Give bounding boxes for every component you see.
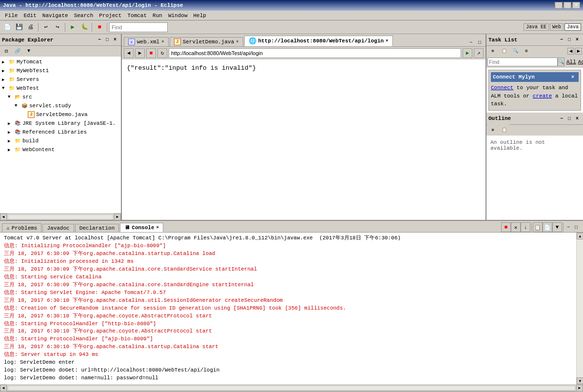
stop-button[interactable]: ■ <box>94 22 105 33</box>
new-button[interactable]: 📄 <box>2 22 13 33</box>
tree-item-reflibs[interactable]: ▶ 📚 Referenced Libraries <box>1 128 120 137</box>
tab-webxml[interactable]: X web.xml × <box>124 37 169 46</box>
minimize-button[interactable]: _ <box>555 2 563 9</box>
console-scroll-track[interactable] <box>8 386 575 391</box>
menu-project[interactable]: Project <box>96 12 124 20</box>
close-button[interactable]: × <box>572 2 580 9</box>
filter-all[interactable]: All <box>566 59 576 65</box>
menu-run[interactable]: Run <box>150 12 165 20</box>
tab-servletdemo-close[interactable]: × <box>236 39 238 44</box>
quick-access-input[interactable] <box>109 22 168 32</box>
tab-browser[interactable]: 🌐 http://localhost:8080/WebTest/api/logi… <box>244 36 393 46</box>
console-h-scrollbar[interactable]: ◀ ▶ <box>0 384 583 391</box>
console-stop-btn[interactable]: ■ <box>501 222 511 232</box>
mylyn-create-link[interactable]: create <box>533 93 552 99</box>
explorer-h-scrollbar[interactable]: ◀ ▶ <box>0 213 121 220</box>
go-btn[interactable]: ▶ <box>463 48 472 58</box>
console-scroll-left[interactable]: ◀ <box>0 385 7 392</box>
menu-window[interactable]: Window <box>165 12 191 20</box>
panel-close-icon[interactable]: × <box>111 36 119 44</box>
tab-browser-close[interactable]: × <box>386 39 388 43</box>
filter-active[interactable]: Activa... <box>578 59 583 65</box>
back-btn[interactable]: ◀ <box>124 48 134 58</box>
menu-navigate[interactable]: Navigate <box>39 12 71 20</box>
tab-problems[interactable]: ⚠ Problems <box>2 223 41 232</box>
perspective-javaee[interactable]: Java EE <box>524 23 549 31</box>
tasklist-nav-left[interactable]: ◀ <box>567 48 574 55</box>
tab-console-close[interactable]: × <box>156 225 159 230</box>
outline-btn1[interactable]: ⊕ <box>487 124 498 135</box>
tasklist-btn2[interactable]: 📋 <box>499 46 509 57</box>
url-input[interactable] <box>169 48 461 58</box>
console-clear-btn[interactable]: ✕ <box>511 222 521 232</box>
tasklist-btn3[interactable]: 🔍 <box>510 46 521 57</box>
perspective-java[interactable]: Java <box>564 23 581 31</box>
tree-item-build[interactable]: ▶ 📁 build <box>1 137 120 145</box>
menu-file[interactable]: File <box>2 12 20 20</box>
print-button[interactable]: 🖨 <box>25 22 36 33</box>
run-button[interactable]: ▶ <box>67 22 78 33</box>
tree-item-servletstudy[interactable]: ▼ 📦 servlet.study <box>1 101 120 110</box>
console-maximize[interactable]: □ <box>572 223 580 231</box>
scroll-right-btn[interactable]: ▶ <box>114 214 121 220</box>
external-btn[interactable]: ↗ <box>474 48 484 58</box>
stop-nav-btn[interactable]: ■ <box>146 48 156 58</box>
tab-declaration[interactable]: Declaration <box>75 224 119 232</box>
tasklist-maximize[interactable]: □ <box>565 36 573 44</box>
outline-btn2[interactable]: 📋 <box>499 124 509 135</box>
scroll-left-btn[interactable]: ◀ <box>0 214 7 220</box>
tasklist-find-input[interactable] <box>487 58 558 66</box>
scroll-down-btn[interactable]: ▼ <box>577 377 583 384</box>
tree-item-webcontent[interactable]: ▶ 📁 WebContent <box>1 145 120 154</box>
find-btn[interactable]: 🔍 <box>558 58 564 66</box>
editor-maximize-btn[interactable]: □ <box>476 39 484 46</box>
perspective-web[interactable]: Web <box>550 23 564 31</box>
tasklist-close[interactable]: × <box>573 36 581 44</box>
tree-item-webtest[interactable]: ▼ 📁 WebTest <box>1 84 120 93</box>
scroll-up-btn[interactable]: ▲ <box>577 233 583 239</box>
mylyn-close-btn[interactable]: × <box>569 73 577 81</box>
console-minimize[interactable]: − <box>564 223 572 231</box>
debug-button[interactable]: 🐛 <box>79 22 90 33</box>
mylyn-connect-link[interactable]: Connect <box>491 85 513 91</box>
undo-button[interactable]: ↩ <box>40 22 51 33</box>
panel-maximize-icon[interactable]: □ <box>103 36 111 44</box>
console-scroll-right[interactable]: ▶ <box>576 385 583 392</box>
menu-tomcat[interactable]: Tomcat <box>124 12 150 20</box>
tab-javadoc[interactable]: Javadoc <box>42 224 74 232</box>
tree-item-mywebtest1[interactable]: ▶ 📁 MyWebTest1 <box>1 66 120 75</box>
editor-minimize-btn[interactable]: − <box>467 39 475 46</box>
tasklist-minimize[interactable]: − <box>558 36 565 44</box>
collapse-all-icon[interactable]: ⊟ <box>1 46 12 57</box>
tree-item-src[interactable]: ▼ 📂 src <box>1 93 120 101</box>
refresh-btn[interactable]: ↻ <box>157 48 167 58</box>
maximize-button[interactable]: □ <box>564 2 571 9</box>
tasklist-btn4[interactable]: ⚙ <box>521 46 532 57</box>
menu-edit[interactable]: Edit <box>20 12 39 20</box>
menu-icon[interactable]: ▼ <box>23 46 34 57</box>
outline-minimize[interactable]: − <box>558 115 565 122</box>
console-menu-btn[interactable]: ▼ <box>552 222 562 232</box>
panel-minimize-icon[interactable]: − <box>96 36 103 44</box>
tasklist-nav-right[interactable]: ▶ <box>575 48 582 55</box>
tree-item-servletdemo[interactable]: J ServletDemo.java <box>1 110 120 119</box>
menu-search[interactable]: Search <box>71 12 97 20</box>
tasklist-btn1[interactable]: ⊕ <box>487 46 498 57</box>
scroll-track[interactable] <box>8 215 113 219</box>
console-paste-btn[interactable]: 📄 <box>543 222 552 232</box>
console-scroll-btn[interactable]: ↓ <box>521 222 530 232</box>
tree-item-jre[interactable]: ▶ 📚 JRE System Library [JavaSE-1. <box>1 119 120 128</box>
tab-servletdemo[interactable]: J ServletDemo.java × <box>170 37 243 46</box>
outline-close[interactable]: × <box>573 115 581 122</box>
console-v-scrollbar[interactable]: ▲ ▼ <box>576 233 583 384</box>
tab-console[interactable]: 🖥 Console × <box>120 223 163 232</box>
link-editor-icon[interactable]: 🔗 <box>12 46 23 57</box>
forward-btn[interactable]: ▶ <box>135 48 145 58</box>
menu-help[interactable]: Help <box>190 12 209 20</box>
tree-item-servers[interactable]: ▶ 📁 Servers <box>1 75 120 84</box>
tab-webxml-close[interactable]: × <box>161 39 164 44</box>
outline-maximize[interactable]: □ <box>565 115 573 122</box>
scroll-thumb[interactable] <box>577 239 583 377</box>
tree-item-mytomcat[interactable]: ▶ 📁 MyTomcat <box>1 58 120 66</box>
save-button[interactable]: 💾 <box>14 22 24 33</box>
